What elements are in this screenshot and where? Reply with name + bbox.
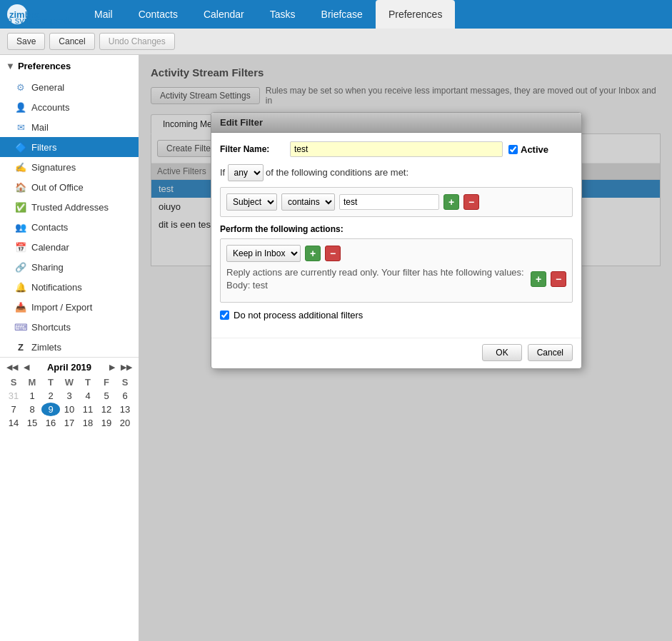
nav-contacts[interactable]: Contacts <box>126 0 191 29</box>
sidebar-item-mail[interactable]: ✉ Mail <box>0 117 139 137</box>
cal-date[interactable]: 15 <box>23 416 41 430</box>
cal-date[interactable]: 18 <box>79 416 97 430</box>
condition-value-input[interactable] <box>339 194 439 210</box>
sidebar-item-accounts[interactable]: 👤 Accounts <box>0 97 139 117</box>
toolbar: Save Cancel Undo Changes <box>0 29 672 55</box>
sidebar-item-label: Signatures <box>31 162 76 173</box>
content-area: Activity Stream Filters Activity Stream … <box>139 55 672 641</box>
sidebar-preferences-header[interactable]: ▼ Preferences <box>0 55 139 77</box>
zimlets-icon: Z <box>14 340 27 353</box>
sidebar-item-shortcuts[interactable]: ⌨ Shortcuts <box>0 317 139 337</box>
nav-tasks[interactable]: Tasks <box>257 0 309 29</box>
cal-date[interactable]: 6 <box>116 389 134 403</box>
cal-date[interactable]: 10 <box>60 403 79 416</box>
action-keep-select[interactable]: Keep in Inbox <box>226 245 301 262</box>
nav-calendar[interactable]: Calendar <box>191 0 257 29</box>
reply-note-text: Reply actions are currently read only. Y… <box>226 266 526 292</box>
sidebar-item-filters[interactable]: 🔷 Filters <box>0 137 139 157</box>
sidebar-item-general[interactable]: ⚙ General <box>0 77 139 97</box>
zimbra-logo: zimbra a synacor product <box>6 3 70 26</box>
cal-date[interactable]: 13 <box>116 403 134 416</box>
cal-date[interactable]: 4 <box>79 389 97 403</box>
trusted-icon: ✅ <box>14 201 27 213</box>
do-not-process-row: Do not process additional filters <box>220 310 573 320</box>
sidebar-item-notifications[interactable]: 🔔 Notifications <box>0 277 139 297</box>
cal-first-btn[interactable]: ◀◀ <box>4 362 20 373</box>
condition-operator-select[interactable]: contains <box>281 193 335 211</box>
dialog-title: Edit Filter <box>211 113 581 133</box>
nav-briefcase[interactable]: Briefcase <box>309 0 376 29</box>
remove-reply-action-button[interactable]: − <box>551 271 566 287</box>
filter-name-input[interactable] <box>290 141 503 157</box>
sharing-icon: 🔗 <box>14 261 27 273</box>
add-condition-button[interactable]: + <box>443 194 459 210</box>
nav-mail[interactable]: Mail <box>81 0 126 29</box>
actions-label: Perform the following actions: <box>220 224 573 234</box>
sidebar-item-sharing[interactable]: 🔗 Sharing <box>0 257 139 277</box>
dialog-body: Filter Name: Active If any of the follow… <box>211 133 581 338</box>
cal-date[interactable]: 31 <box>4 389 23 403</box>
add-action-button[interactable]: + <box>305 246 321 261</box>
filters-icon: 🔷 <box>14 141 27 153</box>
sidebar-item-zimlets[interactable]: Z Zimlets <box>0 337 139 357</box>
action-row-reply: Reply actions are currently read only. Y… <box>226 266 566 292</box>
condition-any-select[interactable]: any <box>228 164 264 181</box>
if-label: If <box>220 167 225 178</box>
cal-date[interactable]: 20 <box>116 416 134 430</box>
sidebar-item-trusted-addresses[interactable]: ✅ Trusted Addresses <box>0 197 139 217</box>
dialog-footer: OK Cancel <box>211 338 581 368</box>
cancel-button[interactable]: Cancel <box>49 33 94 50</box>
remove-condition-button[interactable]: − <box>463 194 479 210</box>
sidebar-item-import-export[interactable]: 📥 Import / Export <box>0 297 139 317</box>
cal-date-today[interactable]: 9 <box>41 403 60 416</box>
action-row-keep: Keep in Inbox + − <box>226 245 566 262</box>
cal-day-fri: F <box>97 375 116 389</box>
sidebar-item-contacts[interactable]: 👥 Contacts <box>0 217 139 237</box>
main-layout: ▼ Preferences ⚙ General 👤 Accounts ✉ Mai… <box>0 55 672 641</box>
cal-date[interactable]: 11 <box>79 403 97 416</box>
accounts-icon: 👤 <box>14 101 27 113</box>
condition-box: Subject contains + − <box>220 187 573 217</box>
condition-text: If any of the following conditions are m… <box>220 164 573 181</box>
undo-changes-button[interactable]: Undo Changes <box>99 33 175 50</box>
cal-date[interactable]: 3 <box>60 389 79 403</box>
cal-date[interactable]: 17 <box>60 416 79 430</box>
filter-name-row: Filter Name: Active <box>220 141 573 157</box>
cal-date[interactable]: 14 <box>4 416 23 430</box>
notifications-icon: 🔔 <box>14 281 27 293</box>
sidebar-item-label: Notifications <box>31 282 82 293</box>
active-checkbox-label: Active <box>508 144 573 155</box>
active-checkbox[interactable] <box>508 145 518 154</box>
calendar-icon: 📅 <box>14 241 27 253</box>
sidebar-item-out-of-office[interactable]: 🏠 Out of Office <box>0 177 139 197</box>
top-nav: zimbra a synacor product Mail Contacts C… <box>0 0 672 29</box>
sidebar-item-signatures[interactable]: ✍ Signatures <box>0 157 139 177</box>
do-not-process-checkbox[interactable] <box>220 311 229 320</box>
cal-date[interactable]: 19 <box>97 416 116 430</box>
cal-date[interactable]: 1 <box>23 389 41 403</box>
cal-prev-btn[interactable]: ◀ <box>21 362 31 373</box>
save-button[interactable]: Save <box>7 33 45 50</box>
cal-date[interactable]: 7 <box>4 403 23 416</box>
cal-next-btn[interactable]: ▶ <box>107 362 117 373</box>
cal-date[interactable]: 12 <box>97 403 116 416</box>
cal-day-tue: T <box>41 375 60 389</box>
shortcuts-icon: ⌨ <box>14 320 27 333</box>
cal-date[interactable]: 16 <box>41 416 60 430</box>
calendar-header: ◀◀ ◀ April 2019 ▶ ▶▶ <box>4 362 134 373</box>
sidebar-item-label: Filters <box>31 142 56 153</box>
cal-date[interactable]: 2 <box>41 389 60 403</box>
remove-action-button[interactable]: − <box>325 246 341 261</box>
nav-preferences[interactable]: Preferences <box>376 0 455 29</box>
edit-filter-dialog: Edit Filter Filter Name: Active If any <box>211 112 582 369</box>
ooo-icon: 🏠 <box>14 181 27 193</box>
cal-date[interactable]: 5 <box>97 389 116 403</box>
dialog-ok-button[interactable]: OK <box>482 344 521 361</box>
condition-subject-select[interactable]: Subject <box>226 193 277 211</box>
add-reply-action-button[interactable]: + <box>531 271 546 287</box>
sidebar-item-calendar[interactable]: 📅 Calendar <box>0 237 139 257</box>
dialog-cancel-button[interactable]: Cancel <box>528 344 573 361</box>
cal-date[interactable]: 8 <box>23 403 41 416</box>
cal-last-btn[interactable]: ▶▶ <box>119 362 134 373</box>
calendar-nav-fwd: ▶ ▶▶ <box>107 362 134 373</box>
